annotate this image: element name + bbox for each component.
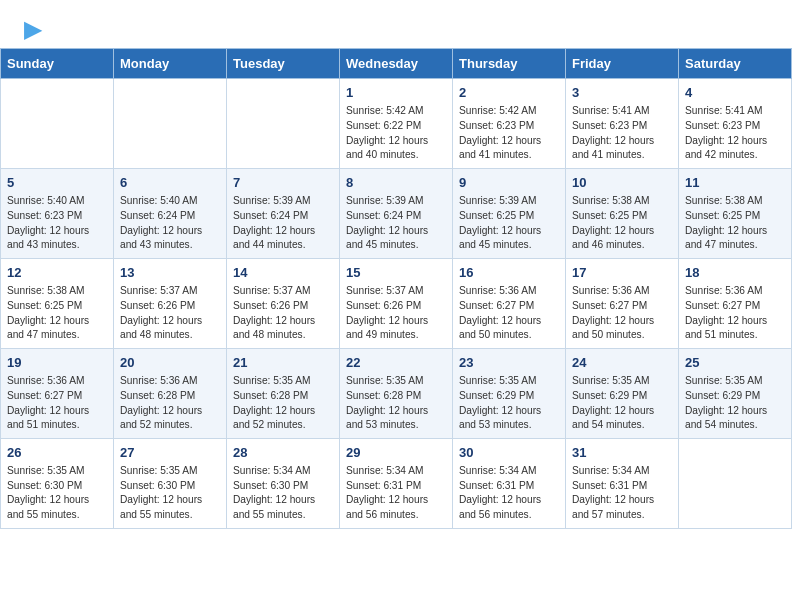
day-info: Sunrise: 5:36 AM Sunset: 6:27 PM Dayligh… xyxy=(572,284,672,343)
day-number: 13 xyxy=(120,264,220,283)
day-number: 29 xyxy=(346,444,446,463)
day-info: Sunrise: 5:36 AM Sunset: 6:28 PM Dayligh… xyxy=(120,374,220,433)
day-cell: 10Sunrise: 5:38 AM Sunset: 6:25 PM Dayli… xyxy=(566,169,679,259)
weekday-header-friday: Friday xyxy=(566,49,679,79)
day-cell: 11Sunrise: 5:38 AM Sunset: 6:25 PM Dayli… xyxy=(679,169,792,259)
day-info: Sunrise: 5:36 AM Sunset: 6:27 PM Dayligh… xyxy=(7,374,107,433)
day-info: Sunrise: 5:38 AM Sunset: 6:25 PM Dayligh… xyxy=(7,284,107,343)
logo-text: ▶ xyxy=(24,18,41,42)
day-info: Sunrise: 5:36 AM Sunset: 6:27 PM Dayligh… xyxy=(459,284,559,343)
day-cell: 24Sunrise: 5:35 AM Sunset: 6:29 PM Dayli… xyxy=(566,349,679,439)
day-info: Sunrise: 5:34 AM Sunset: 6:31 PM Dayligh… xyxy=(459,464,559,523)
day-cell: 25Sunrise: 5:35 AM Sunset: 6:29 PM Dayli… xyxy=(679,349,792,439)
day-info: Sunrise: 5:35 AM Sunset: 6:29 PM Dayligh… xyxy=(459,374,559,433)
day-info: Sunrise: 5:35 AM Sunset: 6:30 PM Dayligh… xyxy=(7,464,107,523)
day-number: 27 xyxy=(120,444,220,463)
day-number: 11 xyxy=(685,174,785,193)
weekday-header-monday: Monday xyxy=(114,49,227,79)
day-number: 25 xyxy=(685,354,785,373)
day-info: Sunrise: 5:39 AM Sunset: 6:25 PM Dayligh… xyxy=(459,194,559,253)
day-cell: 8Sunrise: 5:39 AM Sunset: 6:24 PM Daylig… xyxy=(340,169,453,259)
day-number: 30 xyxy=(459,444,559,463)
day-info: Sunrise: 5:37 AM Sunset: 6:26 PM Dayligh… xyxy=(346,284,446,343)
weekday-header-wednesday: Wednesday xyxy=(340,49,453,79)
day-info: Sunrise: 5:37 AM Sunset: 6:26 PM Dayligh… xyxy=(120,284,220,343)
day-cell xyxy=(1,79,114,169)
day-cell: 22Sunrise: 5:35 AM Sunset: 6:28 PM Dayli… xyxy=(340,349,453,439)
day-number: 26 xyxy=(7,444,107,463)
day-info: Sunrise: 5:35 AM Sunset: 6:30 PM Dayligh… xyxy=(120,464,220,523)
day-number: 20 xyxy=(120,354,220,373)
day-cell: 30Sunrise: 5:34 AM Sunset: 6:31 PM Dayli… xyxy=(453,439,566,529)
day-number: 19 xyxy=(7,354,107,373)
week-row-2: 5Sunrise: 5:40 AM Sunset: 6:23 PM Daylig… xyxy=(1,169,792,259)
day-cell: 4Sunrise: 5:41 AM Sunset: 6:23 PM Daylig… xyxy=(679,79,792,169)
day-cell: 28Sunrise: 5:34 AM Sunset: 6:30 PM Dayli… xyxy=(227,439,340,529)
day-info: Sunrise: 5:40 AM Sunset: 6:23 PM Dayligh… xyxy=(7,194,107,253)
day-info: Sunrise: 5:38 AM Sunset: 6:25 PM Dayligh… xyxy=(685,194,785,253)
day-info: Sunrise: 5:39 AM Sunset: 6:24 PM Dayligh… xyxy=(233,194,333,253)
day-number: 10 xyxy=(572,174,672,193)
day-number: 21 xyxy=(233,354,333,373)
day-number: 28 xyxy=(233,444,333,463)
week-row-1: 1Sunrise: 5:42 AM Sunset: 6:22 PM Daylig… xyxy=(1,79,792,169)
day-cell: 1Sunrise: 5:42 AM Sunset: 6:22 PM Daylig… xyxy=(340,79,453,169)
day-cell: 5Sunrise: 5:40 AM Sunset: 6:23 PM Daylig… xyxy=(1,169,114,259)
day-cell: 17Sunrise: 5:36 AM Sunset: 6:27 PM Dayli… xyxy=(566,259,679,349)
day-cell: 27Sunrise: 5:35 AM Sunset: 6:30 PM Dayli… xyxy=(114,439,227,529)
day-cell xyxy=(227,79,340,169)
weekday-header-saturday: Saturday xyxy=(679,49,792,79)
day-cell: 20Sunrise: 5:36 AM Sunset: 6:28 PM Dayli… xyxy=(114,349,227,439)
week-row-3: 12Sunrise: 5:38 AM Sunset: 6:25 PM Dayli… xyxy=(1,259,792,349)
day-number: 7 xyxy=(233,174,333,193)
weekday-header-thursday: Thursday xyxy=(453,49,566,79)
day-number: 4 xyxy=(685,84,785,103)
day-cell: 6Sunrise: 5:40 AM Sunset: 6:24 PM Daylig… xyxy=(114,169,227,259)
calendar: SundayMondayTuesdayWednesdayThursdayFrid… xyxy=(0,48,792,529)
day-cell: 21Sunrise: 5:35 AM Sunset: 6:28 PM Dayli… xyxy=(227,349,340,439)
day-number: 16 xyxy=(459,264,559,283)
day-cell: 23Sunrise: 5:35 AM Sunset: 6:29 PM Dayli… xyxy=(453,349,566,439)
day-cell: 15Sunrise: 5:37 AM Sunset: 6:26 PM Dayli… xyxy=(340,259,453,349)
day-info: Sunrise: 5:37 AM Sunset: 6:26 PM Dayligh… xyxy=(233,284,333,343)
day-number: 8 xyxy=(346,174,446,193)
day-cell: 3Sunrise: 5:41 AM Sunset: 6:23 PM Daylig… xyxy=(566,79,679,169)
day-info: Sunrise: 5:35 AM Sunset: 6:28 PM Dayligh… xyxy=(233,374,333,433)
page: ▶ SundayMondayTuesdayWednesdayThursdayFr… xyxy=(0,0,792,529)
day-number: 31 xyxy=(572,444,672,463)
day-number: 5 xyxy=(7,174,107,193)
day-number: 17 xyxy=(572,264,672,283)
day-number: 18 xyxy=(685,264,785,283)
header: ▶ xyxy=(0,0,792,48)
day-cell: 19Sunrise: 5:36 AM Sunset: 6:27 PM Dayli… xyxy=(1,349,114,439)
day-number: 15 xyxy=(346,264,446,283)
day-cell: 14Sunrise: 5:37 AM Sunset: 6:26 PM Dayli… xyxy=(227,259,340,349)
day-cell: 29Sunrise: 5:34 AM Sunset: 6:31 PM Dayli… xyxy=(340,439,453,529)
day-number: 1 xyxy=(346,84,446,103)
day-cell: 9Sunrise: 5:39 AM Sunset: 6:25 PM Daylig… xyxy=(453,169,566,259)
day-info: Sunrise: 5:36 AM Sunset: 6:27 PM Dayligh… xyxy=(685,284,785,343)
day-info: Sunrise: 5:35 AM Sunset: 6:29 PM Dayligh… xyxy=(572,374,672,433)
week-row-5: 26Sunrise: 5:35 AM Sunset: 6:30 PM Dayli… xyxy=(1,439,792,529)
day-info: Sunrise: 5:40 AM Sunset: 6:24 PM Dayligh… xyxy=(120,194,220,253)
day-cell: 18Sunrise: 5:36 AM Sunset: 6:27 PM Dayli… xyxy=(679,259,792,349)
day-number: 14 xyxy=(233,264,333,283)
day-number: 22 xyxy=(346,354,446,373)
weekday-header-sunday: Sunday xyxy=(1,49,114,79)
day-info: Sunrise: 5:35 AM Sunset: 6:29 PM Dayligh… xyxy=(685,374,785,433)
weekday-header-row: SundayMondayTuesdayWednesdayThursdayFrid… xyxy=(1,49,792,79)
day-info: Sunrise: 5:34 AM Sunset: 6:31 PM Dayligh… xyxy=(346,464,446,523)
day-info: Sunrise: 5:42 AM Sunset: 6:23 PM Dayligh… xyxy=(459,104,559,163)
day-cell: 31Sunrise: 5:34 AM Sunset: 6:31 PM Dayli… xyxy=(566,439,679,529)
day-info: Sunrise: 5:41 AM Sunset: 6:23 PM Dayligh… xyxy=(685,104,785,163)
day-cell xyxy=(114,79,227,169)
day-number: 3 xyxy=(572,84,672,103)
day-info: Sunrise: 5:41 AM Sunset: 6:23 PM Dayligh… xyxy=(572,104,672,163)
day-number: 2 xyxy=(459,84,559,103)
day-info: Sunrise: 5:34 AM Sunset: 6:31 PM Dayligh… xyxy=(572,464,672,523)
day-info: Sunrise: 5:39 AM Sunset: 6:24 PM Dayligh… xyxy=(346,194,446,253)
day-cell: 7Sunrise: 5:39 AM Sunset: 6:24 PM Daylig… xyxy=(227,169,340,259)
day-number: 9 xyxy=(459,174,559,193)
day-cell: 16Sunrise: 5:36 AM Sunset: 6:27 PM Dayli… xyxy=(453,259,566,349)
day-number: 6 xyxy=(120,174,220,193)
